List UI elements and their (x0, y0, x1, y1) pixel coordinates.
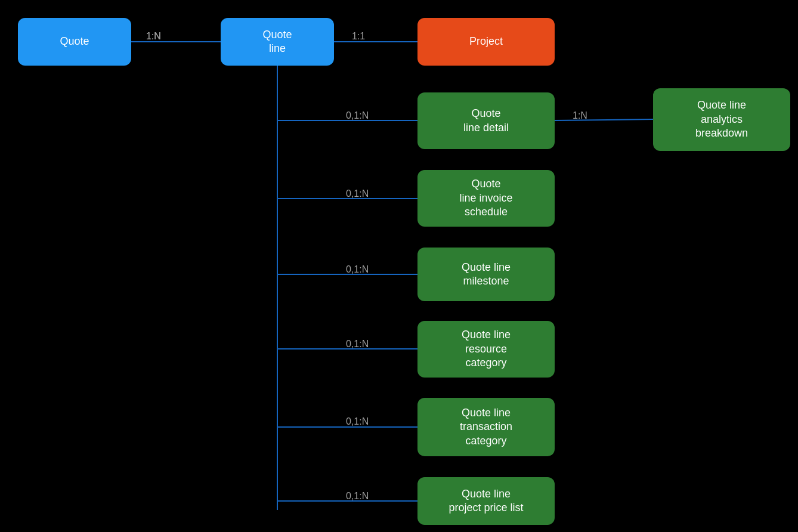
rel-q-ql: 1:N (146, 31, 161, 42)
quote-line-label: Quoteline (262, 28, 292, 56)
quote-line-milestone-node: Quote linemilestone (417, 248, 555, 301)
svg-line-9 (555, 119, 653, 120)
project-node: Project (417, 18, 555, 66)
quote-line-detail-node: Quoteline detail (417, 92, 555, 149)
quote-line-invoice-node: Quoteline invoiceschedule (417, 170, 555, 227)
rel-ql-transaction: 0,1:N (346, 416, 369, 427)
quote-line-node: Quoteline (221, 18, 334, 66)
rel-ql-resource: 0,1:N (346, 339, 369, 349)
connector-lines (0, 0, 798, 532)
project-label: Project (469, 35, 503, 48)
quote-line-resource-node: Quote lineresourcecategory (417, 321, 555, 378)
quote-line-transaction-label: Quote linetransactioncategory (460, 406, 512, 448)
quote-label: Quote (60, 35, 89, 48)
diagram-container: 1:N 1:N 1:1 0,1:N 0,1:N 0,1:N 0,1:N 0,1:… (0, 0, 798, 532)
rel-ql-milestone: 0,1:N (346, 264, 369, 275)
rel-ql-invoice: 0,1:N (346, 188, 369, 199)
quote-line-detail-label: Quoteline detail (463, 107, 509, 135)
quote-line-transaction-node: Quote linetransactioncategory (417, 398, 555, 456)
quote-line-analytics-label: Quote lineanalyticsbreakdown (695, 98, 748, 140)
quote-line-milestone-label: Quote linemilestone (462, 261, 511, 289)
quote-line-resource-label: Quote lineresourcecategory (462, 328, 511, 370)
rel-ql-detail: 0,1:N (346, 110, 369, 121)
quote-line-price-node: Quote lineproject price list (417, 477, 555, 525)
rel-ql-price: 0,1:N (346, 491, 369, 502)
quote-line-invoice-label: Quoteline invoiceschedule (459, 177, 512, 219)
rel-detail-analytics: 1:N (573, 110, 587, 121)
quote-node: Quote (18, 18, 131, 66)
rel-quoteline-to-project: 1:1 (352, 31, 365, 42)
quote-line-price-label: Quote lineproject price list (449, 487, 523, 515)
quote-line-analytics-node: Quote lineanalyticsbreakdown (653, 88, 790, 151)
